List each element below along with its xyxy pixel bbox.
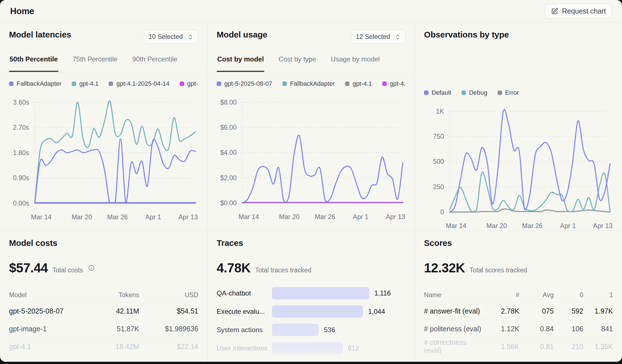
tab-50th-percentile[interactable]: 50th Percentile (9, 54, 58, 72)
legend-label: gpt-4.1-mini (187, 80, 198, 87)
legend-label: Default (432, 89, 451, 96)
panel-title: Model costs (9, 238, 57, 248)
column-header: 1 (583, 291, 613, 299)
svg-text:0.00s: 0.00s (13, 200, 29, 207)
usage-tabs: Cost by modelCost by typeUsage by model (208, 54, 415, 72)
legend-item[interactable]: gpt-4.1-2025-04-14 (109, 80, 169, 87)
legend-swatch-icon (345, 81, 350, 86)
legend-label: gpt-4.1-2025-04-14 (116, 80, 169, 87)
table-cell: # politeness (eval) (424, 325, 485, 333)
bar-value: 1,044 (368, 308, 385, 316)
table-cell: 1.35K (583, 343, 613, 351)
legend-item[interactable]: FallbackAdapter (282, 80, 335, 87)
svg-text:0.90s: 0.90s (13, 174, 29, 182)
legend-label: FallbackAdapter (290, 80, 335, 87)
legend-item[interactable]: Error (498, 89, 519, 96)
total-traces-label: Total traces tracked (255, 266, 311, 274)
table-row: # politeness (eval)1.12K0.84106841 (424, 320, 613, 338)
svg-text:Apr 1: Apr 1 (353, 213, 369, 220)
select-value: 12 Selected (356, 33, 390, 41)
svg-text:Mar 20: Mar 20 (279, 213, 300, 220)
line-chart-svg: 02505007501KMar 14Mar 20Mar 26Apr 1Apr 1… (424, 99, 613, 231)
info-icon[interactable] (88, 264, 95, 271)
usage-line-chart: $0.00$2.00$4.00$6.00$8.00Mar 14Mar 20Mar… (217, 90, 406, 224)
legend-label: gpt-5-2025-08-07 (224, 80, 272, 87)
legend-item[interactable]: Default (424, 89, 451, 96)
dashboard-grid: Model latencies 10 Selected 50th Percent… (0, 23, 622, 362)
tab-75th-percentile[interactable]: 75th Percentile (72, 54, 118, 72)
column-header: 0 (554, 291, 583, 299)
table-row: gpt-4.118.42M$22.14 (9, 338, 198, 356)
tab-usage-by-model[interactable]: Usage by model (330, 54, 380, 72)
column-header: Model (9, 291, 83, 299)
tab-cost-by-type[interactable]: Cost by type (278, 54, 317, 72)
legend-item[interactable]: gpt-4.1-mini (180, 80, 198, 87)
legend-item[interactable]: gpt-4.1 (345, 80, 372, 87)
legend-item[interactable]: Debug (461, 89, 487, 96)
page-header: Home Request chart (0, 0, 622, 23)
svg-text:Mar 14: Mar 14 (446, 222, 467, 230)
table-cell: gpt-image-1 (9, 325, 83, 333)
svg-text:750: 750 (433, 133, 444, 140)
latencies-line-chart: 0.00s0.90s1.80s2.70s3.60sMar 14Mar 20Mar… (9, 90, 198, 224)
scores-table: Name#Avg01# answer-fit (eval)2.78K075592… (424, 288, 613, 356)
legend-item[interactable]: FallbackAdapter (9, 80, 61, 87)
latencies-tabs: 50th Percentile75th Percentile90th Perce… (0, 54, 207, 72)
table-cell: 1.56K (485, 343, 519, 351)
table-cell: 2.78K (485, 307, 519, 315)
select-value: 10 Selected (149, 33, 183, 41)
table-cell: 18.42M (83, 343, 139, 351)
legend-swatch-icon (180, 81, 184, 86)
bar[interactable] (272, 342, 343, 354)
legend-swatch-icon (72, 81, 76, 86)
legend-label: gpt-4.1 (79, 80, 99, 87)
edit-square-icon (551, 8, 558, 15)
legend-item[interactable]: gpt-5-2025-08-07 (217, 80, 272, 87)
bar[interactable] (272, 324, 319, 336)
tab-90th-percentile[interactable]: 90th Percentile (132, 54, 178, 72)
table-cell: 0.84 (519, 325, 554, 333)
svg-text:$4.00: $4.00 (220, 149, 237, 156)
column-header: # (485, 291, 519, 299)
model-costs-table: ModelTokensUSDgpt-5-2025-08-0742.11M$54.… (9, 288, 198, 356)
panel-title: Model latencies (9, 30, 71, 39)
panel-title: Traces (217, 238, 243, 248)
table-cell: 210 (554, 343, 583, 351)
request-chart-button[interactable]: Request chart (545, 4, 612, 19)
bar[interactable] (272, 305, 363, 318)
bar[interactable] (272, 287, 369, 299)
panel-traces: Traces 4.78K Total traces tracked QA-cha… (207, 231, 415, 362)
bar-label: QA-chatbot (217, 289, 272, 297)
usage-legend: gpt-5-2025-08-07FallbackAdaptergpt-4.1gp… (217, 80, 406, 88)
total-scores-label: Total scores tracked (469, 266, 527, 274)
panel-title: Model usage (217, 30, 267, 39)
legend-swatch-icon (498, 91, 502, 95)
panel-title: Observations by type (424, 30, 509, 39)
legend-swatch-icon (109, 81, 113, 86)
table-header-row: Name#Avg01 (424, 288, 613, 302)
legend-label: FallbackAdapter (17, 80, 61, 87)
line-chart-svg: 0.00s0.90s1.80s2.70s3.60sMar 14Mar 20Mar… (9, 90, 198, 224)
dashboard-card: Home Request chart Model latencies 10 Se… (0, 0, 622, 362)
total-scores-value: 12.32K (424, 260, 465, 275)
svg-text:Apr 1: Apr 1 (560, 222, 576, 230)
table-cell: 1.97K (583, 307, 613, 315)
traces-bar-chart: QA-chatbot1,116Execute evalu...1,044Syst… (217, 284, 406, 357)
column-header: Tokens (83, 291, 139, 299)
panel-observations: Observations by type DefaultDebugError 0… (415, 23, 622, 231)
tab-cost-by-model[interactable]: Cost by model (217, 54, 264, 72)
panel-model-latencies: Model latencies 10 Selected 50th Percent… (0, 23, 207, 231)
table-cell: $22.14 (139, 343, 198, 351)
legend-swatch-icon (282, 81, 287, 86)
table-cell: 592 (554, 307, 583, 315)
table-row: # answer-fit (eval)2.78K0755921.97K (424, 302, 613, 320)
total-traces-value: 4.78K (217, 260, 250, 275)
legend-item[interactable]: gpt-4.1-202 (382, 80, 406, 87)
legend-swatch-icon (382, 81, 387, 86)
table-cell: 51.87K (83, 325, 139, 333)
spacer (424, 54, 613, 81)
table-cell: 0.81 (519, 343, 554, 351)
legend-item[interactable]: gpt-4.1 (72, 80, 99, 87)
latencies-model-select[interactable]: 10 Selected (144, 30, 198, 44)
usage-model-select[interactable]: 12 Selected (351, 30, 406, 44)
